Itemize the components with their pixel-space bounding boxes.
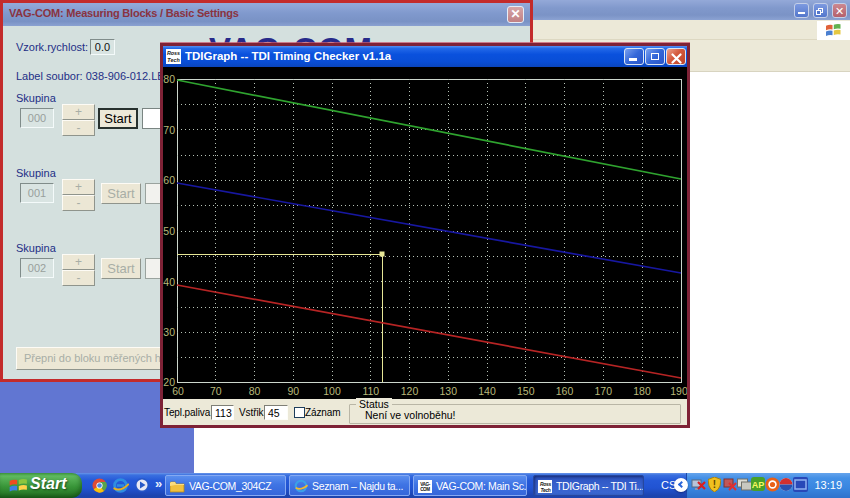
svg-text:190: 190 — [670, 385, 687, 397]
svg-text:COM: COM — [420, 487, 430, 492]
svg-text:Tech: Tech — [540, 487, 550, 493]
svg-text:Ross: Ross — [167, 50, 180, 56]
svg-text:Tech: Tech — [167, 57, 180, 63]
svg-text:50: 50 — [163, 225, 175, 237]
svg-text:!: ! — [713, 479, 716, 490]
svg-text:120: 120 — [401, 385, 419, 397]
svg-text:60: 60 — [163, 174, 175, 186]
svg-text:100: 100 — [323, 385, 341, 397]
svg-text:AP: AP — [752, 480, 765, 490]
svg-text:150: 150 — [517, 385, 535, 397]
svg-text:70: 70 — [163, 124, 175, 136]
svg-text:VAG-: VAG- — [420, 482, 431, 487]
svg-text:30: 30 — [163, 326, 175, 338]
svg-text:170: 170 — [595, 385, 613, 397]
svg-text:80: 80 — [249, 385, 261, 397]
svg-text:80: 80 — [163, 73, 175, 85]
svg-text:90: 90 — [287, 385, 299, 397]
svg-text:160: 160 — [556, 385, 574, 397]
svg-text:60: 60 — [172, 385, 184, 397]
svg-text:180: 180 — [633, 385, 651, 397]
svg-text:70: 70 — [210, 385, 222, 397]
svg-text:140: 140 — [478, 385, 496, 397]
svg-text:110: 110 — [362, 385, 379, 397]
svg-text:130: 130 — [440, 385, 458, 397]
svg-text:40: 40 — [163, 276, 175, 288]
